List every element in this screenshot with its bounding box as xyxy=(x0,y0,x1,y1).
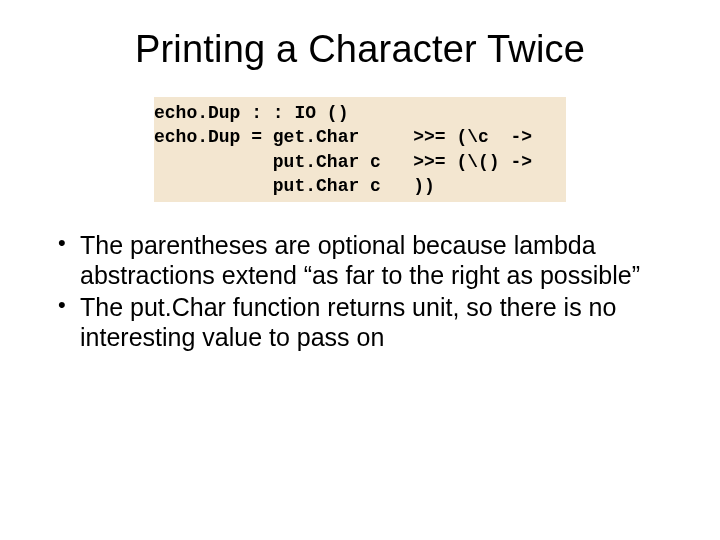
bullet-item: The parentheses are optional because lam… xyxy=(52,230,672,290)
code-block: echo.Dup : : IO () echo.Dup = get.Char >… xyxy=(154,97,566,202)
bullet-list: The parentheses are optional because lam… xyxy=(48,230,672,352)
bullet-item: The put.Char function returns unit, so t… xyxy=(52,292,672,352)
slide-title: Printing a Character Twice xyxy=(48,28,672,71)
